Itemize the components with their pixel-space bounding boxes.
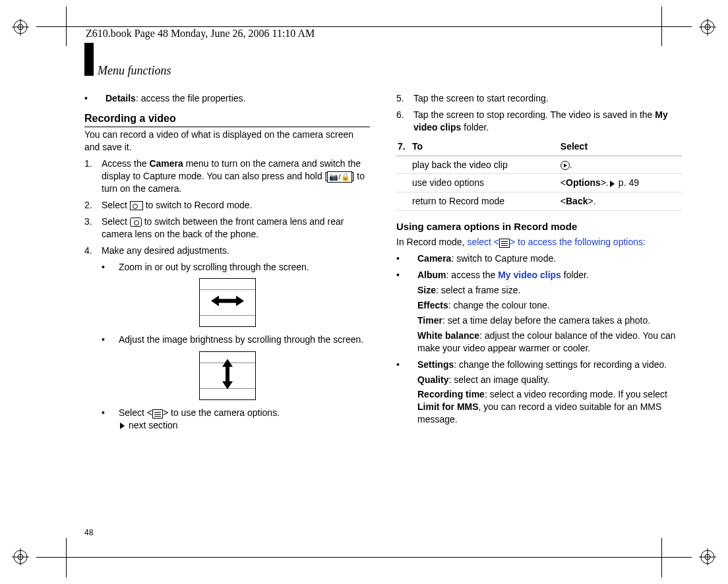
triangle-right-icon bbox=[120, 423, 125, 429]
vertical-arrow-icon bbox=[221, 359, 234, 393]
section-bar-icon bbox=[84, 43, 94, 76]
horizontal-arrow-icon bbox=[211, 295, 244, 311]
right-column: 5. Tap the screen to start recording. 6.… bbox=[396, 92, 682, 525]
table-row-number: 7. bbox=[396, 138, 411, 156]
triangle-right-icon bbox=[610, 181, 615, 187]
list-item: • Details: access the file properties. bbox=[84, 92, 370, 105]
content-area: Menu functions • Details: access the fil… bbox=[78, 40, 688, 544]
table-row: use video options <Options>. p. 49 bbox=[396, 174, 682, 192]
registration-mark-top-right bbox=[699, 18, 716, 36]
details-desc: : access the file properties. bbox=[136, 93, 246, 103]
registration-mark-bottom-left bbox=[12, 548, 29, 566]
section-title: Menu functions bbox=[98, 63, 171, 78]
crop-tick bbox=[66, 7, 67, 46]
list-item: • Select <> to use the camera options. n… bbox=[102, 407, 370, 432]
list-item: • Zoom in or out by scrolling through th… bbox=[102, 261, 370, 274]
options-menu-icon bbox=[152, 409, 163, 419]
page-number: 48 bbox=[84, 527, 93, 538]
horizontal-scroll-diagram bbox=[199, 278, 256, 327]
table-header-select: Select bbox=[559, 138, 682, 156]
camera-hold-key-icon: 📷/🔒 bbox=[327, 171, 351, 183]
crop-tick bbox=[66, 538, 67, 577]
page: Z610.book Page 48 Monday, June 26, 2006 … bbox=[0, 0, 728, 584]
registration-mark-bottom-right bbox=[699, 548, 716, 566]
step-6: 6. Tap the screen to stop recording. The… bbox=[396, 109, 682, 134]
step-1: 1. Access the Camera menu to turn on the… bbox=[84, 158, 370, 195]
list-item: • Settings: change the following setting… bbox=[396, 359, 682, 426]
record-mode-icon bbox=[130, 201, 143, 210]
step-4: 4. Make any desired adjustments. bbox=[84, 245, 370, 257]
options-menu-icon bbox=[499, 239, 510, 248]
list-item: • Camera: switch to Capture mode. bbox=[396, 252, 682, 265]
crop-line-bottom bbox=[36, 557, 692, 558]
table-row: play back the video clip . bbox=[396, 156, 682, 174]
svg-marker-21 bbox=[222, 382, 233, 390]
options-table: 7. To Select play back the video clip . … bbox=[396, 138, 682, 212]
svg-marker-18 bbox=[236, 296, 244, 307]
svg-marker-17 bbox=[211, 296, 219, 307]
svg-marker-20 bbox=[222, 359, 233, 367]
step-3: 3. Select to switch between the front ca… bbox=[84, 216, 370, 241]
record-intro: You can record a video of what is displa… bbox=[84, 129, 370, 154]
step-5: 5. Tap the screen to start recording. bbox=[396, 92, 682, 105]
heading-recording-video: Recording a video bbox=[84, 111, 370, 128]
details-label: Details bbox=[106, 93, 136, 103]
list-item: • Adjust the image brightness by scrolli… bbox=[102, 334, 370, 346]
using-intro: In Record mode, select <> to access the … bbox=[396, 236, 682, 248]
list-item: • Album: access the My video clips folde… bbox=[396, 269, 682, 354]
registration-mark-top-left bbox=[12, 18, 29, 36]
step-2: 2. Select to switch to Record mode. bbox=[84, 199, 370, 212]
vertical-scroll-diagram bbox=[199, 351, 256, 400]
switch-camera-icon bbox=[130, 218, 142, 227]
play-icon bbox=[561, 161, 570, 170]
left-column: • Details: access the file properties. R… bbox=[84, 92, 370, 525]
columns: • Details: access the file properties. R… bbox=[84, 92, 682, 525]
table-header-to: To bbox=[411, 138, 559, 156]
draft-header: Z610.book Page 48 Monday, June 26, 2006 … bbox=[86, 26, 315, 41]
heading-using-camera-options: Using camera options in Record mode bbox=[396, 220, 682, 233]
table-row: return to Record mode <Back>. bbox=[396, 192, 682, 211]
